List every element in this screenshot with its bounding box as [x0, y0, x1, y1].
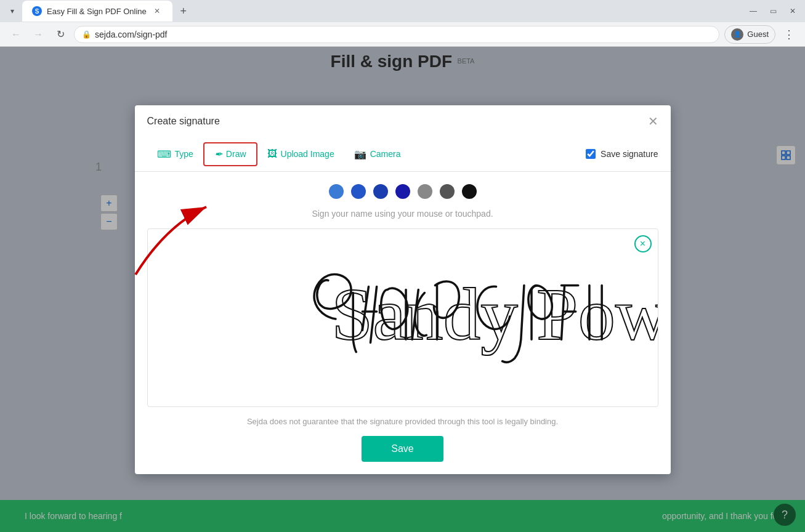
tab-camera[interactable]: 📷 Camera — [344, 143, 411, 165]
disclaimer-text: Sejda does not guarantee that the signat… — [147, 417, 658, 426]
color-dot-dark-gray[interactable] — [440, 184, 455, 199]
minimize-button[interactable]: — — [746, 4, 761, 18]
modal-body: Sign your name using your mouse or touch… — [135, 172, 671, 474]
hint-text: Sign your name using your mouse or touch… — [147, 209, 658, 219]
signature-display: Sandy Powell — [148, 229, 658, 406]
tab-draw[interactable]: ✒ Draw — [203, 142, 257, 166]
title-bar: ▾ S Easy Fill & Sign PDF Online ✕ + — ▭ … — [0, 0, 805, 22]
maximize-button[interactable]: ▭ — [766, 4, 780, 18]
color-dot-blue-medium[interactable] — [351, 184, 366, 199]
draw-icon: ✒ — [214, 148, 222, 160]
browser-chrome: ▾ S Easy Fill & Sign PDF Online ✕ + — ▭ … — [0, 0, 805, 47]
save-signature-area: Save signature — [586, 149, 658, 159]
browser-toolbar: ← → ↻ 🔒 sejda.com/sign-pdf 👤 Guest ⋮ — [0, 22, 805, 47]
address-bar[interactable]: 🔒 sejda.com/sign-pdf — [74, 26, 719, 43]
new-tab-button[interactable]: + — [175, 2, 192, 20]
profile-button[interactable]: 👤 Guest — [724, 25, 775, 44]
tab-camera-label: Camera — [370, 149, 401, 159]
tab-upload-label: Upload Image — [281, 149, 334, 159]
tab-type[interactable]: ⌨ Type — [147, 143, 203, 165]
tab-upload[interactable]: 🖼 Upload Image — [257, 143, 344, 164]
back-button[interactable]: ← — [7, 26, 25, 43]
camera-icon: 📷 — [354, 148, 366, 160]
forward-button[interactable]: → — [30, 26, 47, 43]
profile-icon: 👤 — [731, 28, 743, 41]
modal-tabs: ⌨ Type ✒ Draw 🖼 Upload Image 📷 Camera — [135, 137, 671, 172]
address-text: sejda.com/sign-pdf — [95, 30, 168, 39]
tab-type-label: Type — [175, 149, 193, 159]
color-dot-gray[interactable] — [418, 184, 432, 199]
tab-close-button[interactable]: ✕ — [152, 6, 163, 17]
color-dot-black[interactable] — [462, 184, 477, 199]
clear-drawing-button[interactable]: × — [634, 235, 652, 252]
color-dot-blue-light[interactable] — [329, 184, 344, 199]
browser-tab[interactable]: S Easy Fill & Sign PDF Online ✕ — [22, 1, 172, 22]
page-background: Fill & sign PDF BETA 1 + − I look forwar… — [0, 47, 805, 532]
color-dot-blue-darkest[interactable] — [395, 184, 410, 199]
keyboard-icon: ⌨ — [157, 148, 171, 160]
tab-favicon: S — [32, 6, 42, 16]
window-controls: — ▭ ✕ — [746, 4, 800, 18]
create-signature-modal: Create signature ✕ ⌨ Type ✒ Draw 🖼 Uploa… — [135, 105, 671, 474]
save-signature-label: Save signature — [601, 149, 658, 159]
tab-title: Easy Fill & Sign PDF Online — [47, 7, 147, 16]
tab-draw-label: Draw — [226, 149, 246, 159]
modal-title: Create signature — [147, 116, 220, 127]
reload-button[interactable]: ↻ — [52, 26, 69, 43]
upload-icon: 🖼 — [267, 148, 277, 159]
modal-close-button[interactable]: ✕ — [648, 115, 658, 127]
color-dot-blue-dark[interactable] — [373, 184, 388, 199]
close-button[interactable]: ✕ — [785, 4, 800, 18]
save-signature-checkbox[interactable] — [586, 149, 596, 159]
modal-overlay: Create signature ✕ ⌨ Type ✒ Draw 🖼 Uploa… — [0, 47, 805, 532]
svg-text:Sandy Powell: Sandy Powell — [331, 273, 657, 355]
modal-header: Create signature ✕ — [135, 105, 671, 137]
browser-menu-button[interactable]: ⋮ — [780, 26, 798, 43]
profile-label: Guest — [747, 30, 769, 39]
color-palette — [147, 184, 658, 199]
save-button[interactable]: Save — [362, 436, 443, 462]
address-lock-icon: 🔒 — [82, 30, 91, 39]
drawing-canvas[interactable]: × Sandy Powell — [147, 228, 658, 407]
tab-list-button[interactable]: ▾ — [5, 4, 20, 18]
